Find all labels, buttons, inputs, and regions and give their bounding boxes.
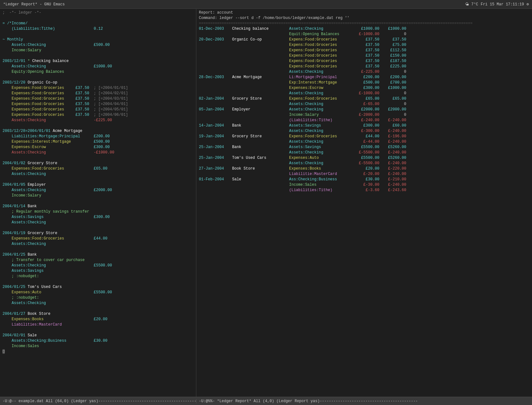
titlebar: *Ledger Report* - GNU Emacs 🌤 7°C Fri 15… [0,0,532,9]
left-line: Expenses:Food:Groceries £37.50 ; [=2004/… [0,85,196,91]
titlebar-title: *Ledger Report* - GNU Emacs [3,2,65,7]
report-row: 20-Dec-2003Organic Co-opExpens:Food:Groc… [196,37,532,42]
report-row: 28-Dec-2003Acme MortgageLi:Mortgage:Prin… [196,75,532,80]
left-line: Assets:Checking -£1000.00 [0,150,196,155]
report-row: Liabilitie:MasterCard£-20.00£-240.00 [196,171,532,177]
left-line: Expenses:Auto £5500.00 [0,290,196,295]
left-line: Income:Salary [0,48,196,53]
left-line: Assets:Checking -£225.00 [0,118,196,123]
report-row: Expens:Food:Groceries£37.50£225.00 [196,64,532,69]
report-row: Assets:Checking£-65.000 [196,102,532,107]
report-row: Expens:Food:Groceries£37.50£75.00 [196,42,532,48]
left-line: Assets:Checking [0,301,196,306]
left-line: Expenses:Food:Groceries £37.50 ; [=2004/… [0,107,196,112]
left-line: Assets:Checking £2000.00 [0,188,196,193]
left-line: Liabilities:MasterCard [0,322,196,327]
right-content: Report: accountCommand: ledger --sort d … [196,10,532,193]
left-line: ; Regular monthly savings transfer [0,209,196,215]
left-line: 2004/01/14 Bank [0,204,196,209]
left-line [0,279,196,284]
left-line: 2004/01/25 Tom's Used Cars [0,284,196,290]
report-row: 25-Jan-2004Tom's Used CarsExpenses:Auto£… [196,155,532,161]
left-line: 2004/01/02 Grocery Store [0,161,196,166]
report-row: Assets:Checking£-225.000 [196,69,532,75]
left-line: Expenses:Books £20.00 [0,317,196,322]
report-separator: ========================================… [196,21,532,26]
clock-label: Fri 15 Mar 17:11:19 [481,2,524,7]
report-row: Expens:Food:Groceries£37.50£187.50 [196,59,532,64]
left-line: Expenses:Food:Groceries £65.00 [0,166,196,171]
left-line: 2004/02/01 Sale [0,333,196,338]
left-line: 2003/12/01 * Checking balance [0,59,196,64]
statusbar-right: -U:@%%- *Ledger Report* All (4,0) (Ledge… [196,399,532,403]
statusbar: -U:@-- example.dat All (64,0) (Ledger ya… [0,397,532,405]
weather-label: 🌤 7°C [465,2,478,7]
left-line: ; :nobudget: [0,274,196,279]
left-line: Expenses:Food:Groceries £44.00 [0,236,196,241]
report-header-label: Report: account [196,10,532,16]
report-row: Expens:Food:Groceries£37.50£150.00 [196,53,532,59]
left-line [0,306,196,311]
report-row: Assets:Checking£-1000.000 [196,91,532,96]
report-row: Income:Salary£-2000.000 [196,112,532,118]
left-line: Assets:Checking £500.00 [0,42,196,48]
left-line: ; -*- ledger -*- [0,10,196,16]
left-line: 2004/01/05 Employer [0,182,196,188]
left-line: Assets:Checking £5500.00 [0,263,196,268]
left-line [0,247,196,252]
left-line: □ [0,349,196,354]
left-line: Liabilities:Mortgage:Principal £200.00 [0,134,196,139]
report-row: 19-Jan-2004Grocery StoreExpens:Food:Groc… [196,134,532,139]
left-line [0,155,196,161]
left-line [0,327,196,333]
left-line: Assets:Checking:Business £30.00 [0,338,196,344]
left-line [0,75,196,80]
left-line [0,16,196,21]
left-line: Assets:Checking [0,241,196,247]
left-line: (Liabilities:Tithe) 0.12 [0,26,196,32]
left-line: Assets:Checking £1000.00 [0,64,196,69]
report-row: (Liabilities:Tithe)£-240.00£-240.00 [196,118,532,123]
report-row: 25-Jan-2004BankAssets:Savings£5500.00£52… [196,145,532,150]
report-row: Exp:Interest:Mortgage£500.00£700.00 [196,80,532,85]
report-command: Command: ledger --sort d -f /home/borbus… [196,16,532,21]
report-row: Income:Sales£-30.00£-240.00 [196,182,532,188]
report-row: Assets:Checking£-5500.00£-240.00 [196,150,532,155]
report-row: 27-Jan-2004Book StoreExpenses:Books£20.0… [196,166,532,171]
report-row: (Liabilities:Tithe)£-3.60£-243.60 [196,188,532,193]
left-line: Assets:Savings £300.00 [0,215,196,220]
statusbar-left: -U:@-- example.dat All (64,0) (Ledger ya… [0,399,196,403]
left-line: Income:Salary [0,193,196,198]
left-content: ; -*- ledger -*- = /*Income/ (Liabilitie… [0,10,196,354]
left-line: = /*Income/ [0,21,196,26]
report-row: 01-Feb-2004SaleAss:Checking:Business£30.… [196,177,532,182]
settings-icon[interactable]: ⚙ [527,2,529,7]
report-row: Assets:Checking£-44.00£-240.00 [196,139,532,145]
left-line: Expenses:Food:Groceries £37.50 ; [=2004/… [0,112,196,118]
left-pane[interactable]: ; -*- ledger -*- = /*Income/ (Liabilitie… [0,9,196,397]
left-line: Assets:Checking [0,171,196,177]
left-line: 2004/01/19 Grocery Store [0,231,196,236]
report-row: 05-Jan-2004EmployerAssets:Checking£2000.… [196,107,532,112]
left-line: 2003/12/20 Organic Co-op [0,80,196,85]
report-row: 02-Jan-2004Grocery StoreExpens:Food:Groc… [196,96,532,102]
report-row: 01-Dec-2003Checking balanceAssets:Checki… [196,26,532,32]
left-line: ; :nobudget: [0,295,196,301]
left-line [0,32,196,37]
left-line [0,123,196,128]
right-pane[interactable]: Report: accountCommand: ledger --sort d … [196,9,532,397]
left-line: 2003/12/28=2004/01/01 Acme Mortgage [0,128,196,134]
left-line: Expenses:Food:Groceries £37.50 ; [=2004/… [0,102,196,107]
report-row: 14-Jan-2004BankAssets:Savings£300.00£60.… [196,123,532,128]
report-row: Assets:Checking£-5500.00£-240.00 [196,161,532,166]
report-row: Equit:Opening Balances£-1000.000 [196,32,532,37]
left-line: Expenses:Escrow £300.00 [0,145,196,150]
left-line: Expenses:Interest:Mortgage £500.00 [0,139,196,145]
titlebar-right: 🌤 7°C Fri 15 Mar 17:11:19 ⚙ [465,2,529,7]
report-row: Expenses:Escrow£300.00£1000.00 [196,85,532,91]
left-line: Assets:Savings [0,268,196,274]
left-line [0,53,196,59]
left-line: ; Transfer to cover car purchase [0,258,196,263]
left-line [0,225,196,231]
left-line: Equity:Opening Balances [0,69,196,75]
